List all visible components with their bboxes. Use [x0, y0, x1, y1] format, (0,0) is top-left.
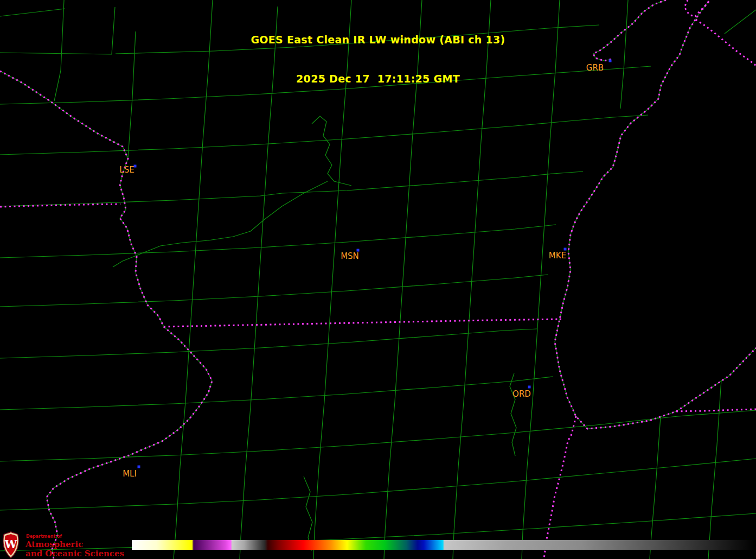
- county-line: [0, 275, 548, 307]
- image-title: GOES East Clean IR LW window (ABI ch 13)…: [0, 7, 756, 111]
- satellite-map-viewer: GOES East Clean IR LW window (ABI ch 13)…: [0, 0, 756, 559]
- city-label: MLI: [123, 469, 137, 479]
- credit-dept-line: Department of: [26, 535, 124, 539]
- state-border-line: [164, 319, 561, 327]
- county-line: [113, 181, 328, 267]
- city-marker: [528, 386, 531, 389]
- county-line: [0, 377, 553, 410]
- city-marker: [564, 248, 567, 251]
- uw-crest-logo: W: [2, 531, 20, 558]
- city-label: ORD: [512, 389, 531, 399]
- city-label: MSN: [341, 251, 359, 261]
- state-border-line: [544, 416, 576, 559]
- credit-line-2: Atmospheric: [25, 541, 124, 549]
- uw-aos-credit: W Department of Atmospheric and Oceanic …: [2, 531, 124, 559]
- city-label: LSE: [119, 165, 134, 175]
- crest-letter: W: [4, 538, 17, 551]
- county-line: [650, 417, 661, 559]
- city-label: MKE: [549, 251, 566, 261]
- city-marker: [609, 60, 612, 62]
- county-line: [0, 225, 556, 258]
- county-line: [0, 410, 756, 461]
- credit-line-3: and Oceanic Sciences: [25, 550, 124, 558]
- city-label: GRB: [586, 63, 604, 73]
- county-line: [0, 329, 537, 358]
- county-line: [0, 171, 583, 206]
- title-line-2: 2025 Dec 17 17:11:25 GMT: [0, 72, 756, 85]
- county-line: [510, 373, 516, 456]
- title-line-1: GOES East Clean IR LW window (ABI ch 13): [0, 33, 756, 46]
- county-line: [47, 327, 212, 559]
- county-line: [0, 459, 756, 510]
- temperature-colorbar: [132, 540, 756, 550]
- state-border-line: [47, 327, 212, 559]
- county-line: [0, 115, 648, 155]
- county-line: [312, 116, 351, 186]
- city-marker: [138, 466, 140, 468]
- county-line: [708, 380, 721, 559]
